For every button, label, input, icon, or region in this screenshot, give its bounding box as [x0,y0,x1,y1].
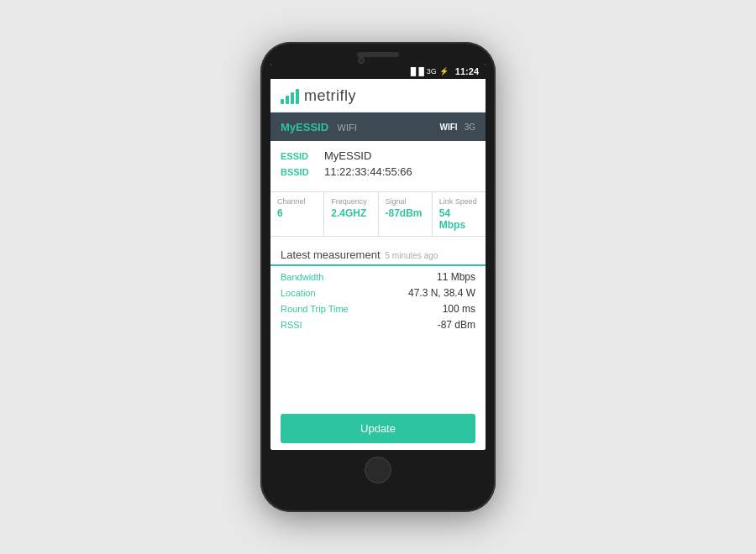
wifi-toggle[interactable]: WIFI [440,123,458,132]
measurement-time: 5 minutes ago [386,251,438,260]
bssid-value: 11:22:33:44:55:66 [324,165,412,178]
bssid-label: BSSID [281,167,318,177]
network-toggle[interactable]: WIFI 3G [440,123,475,132]
bar2 [286,96,289,104]
mrow-label: RSSI [281,320,302,330]
phone-bottom [365,457,391,483]
stat-value: 54 Mbps [439,207,479,231]
app-logo [281,89,299,104]
connection-info: ESSID MyESSID BSSID 11:22:33:44:55:66 [270,141,486,186]
stat-value: 2.4GHZ [331,207,370,219]
stat-cell: Link Speed54 Mbps [433,192,486,236]
mrow-value: 11 Mbps [437,271,475,283]
stat-label: Link Speed [439,197,479,206]
update-button[interactable]: Update [281,414,475,443]
network-tab: MyESSID WIFI WIFI 3G [270,112,486,141]
status-time: 11:24 [455,66,479,76]
measurement-row: Round Trip Time100 ms [281,303,475,315]
network-essid: MyESSID [281,121,328,133]
3g-toggle[interactable]: 3G [465,123,475,132]
essid-value: MyESSID [324,149,371,162]
mrow-label: Bandwidth [281,272,323,282]
stat-value: 6 [277,207,317,219]
app-header: metrifly [270,79,486,112]
mrow-label: Round Trip Time [281,304,349,314]
stat-label: Frequency [331,197,370,206]
mrow-label: Location [281,288,316,298]
bar4 [296,89,299,104]
status-icons: ▐▌█ 3G ⚡ [408,67,449,76]
measurement-header: Latest measurement 5 minutes ago [270,242,486,266]
measurement-row: Location47.3 N, 38.4 W [281,287,475,299]
signal-icon: ▐▌█ [408,67,424,76]
network-tab-left: MyESSID WIFI [281,119,357,134]
status-bar: ▐▌█ 3G ⚡ 11:24 [270,64,486,79]
home-button[interactable] [365,457,391,483]
bar1 [281,99,284,104]
stat-value: -87dBm [386,207,425,219]
stat-cell: Signal-87dBm [379,192,433,236]
mrow-value: 47.3 N, 38.4 W [408,287,475,299]
measurement-title: Latest measurement [281,248,381,261]
app-name: metrifly [304,87,356,105]
mrow-value: -87 dBm [438,319,475,331]
measurement-row: Bandwidth11 Mbps [281,271,475,283]
stat-cell: Channel6 [270,192,324,236]
network-type: WIFI [338,123,357,133]
stat-label: Channel [277,197,317,206]
battery-icon: ⚡ [439,67,449,76]
bssid-row: BSSID 11:22:33:44:55:66 [281,165,475,178]
update-button-wrap: Update [270,407,486,450]
signal-label: 3G [427,67,437,76]
stats-grid: Channel6Frequency2.4GHZSignal-87dBmLink … [270,191,486,237]
essid-label: ESSID [281,151,318,161]
phone-screen: ▐▌█ 3G ⚡ 11:24 metrifly MyESSID WIFI W [270,64,486,450]
stat-cell: Frequency2.4GHZ [324,192,378,236]
essid-row: ESSID MyESSID [281,149,475,162]
bar3 [291,92,294,104]
mrow-value: 100 ms [443,303,475,315]
phone-camera [358,57,365,64]
stat-label: Signal [386,197,425,206]
measurement-rows: Bandwidth11 MbpsLocation47.3 N, 38.4 WRo… [270,266,486,340]
phone-speaker [357,52,399,57]
phone-device: ▐▌█ 3G ⚡ 11:24 metrifly MyESSID WIFI W [260,42,496,512]
measurement-row: RSSI-87 dBm [281,319,475,331]
